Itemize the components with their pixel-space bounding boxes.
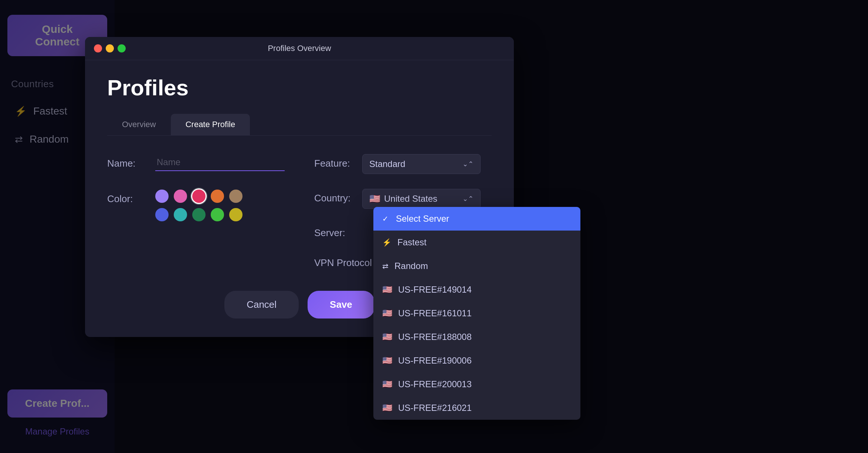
server-dropdown-popup: ✓ Select Server ⚡ Fastest ⇄ Random 🇺🇸 US… xyxy=(373,207,580,420)
country-value: United States xyxy=(384,194,437,204)
modal-titlebar: Profiles Overview xyxy=(85,37,514,60)
feature-dropdown[interactable]: Standard ⌄⌃ xyxy=(362,154,481,174)
color-swatch-orange[interactable] xyxy=(211,190,224,203)
server-option-label: Random xyxy=(394,261,428,271)
server-option-label: Fastest xyxy=(397,237,427,248)
flag-icon: 🇺🇸 xyxy=(382,285,392,294)
color-swatches xyxy=(155,190,285,221)
tab-overview[interactable]: Overview xyxy=(107,114,171,135)
feature-value: Standard xyxy=(369,159,405,169)
profiles-heading: Profiles xyxy=(107,75,492,101)
server-option-label: Select Server xyxy=(396,214,449,224)
color-swatch-yellow[interactable] xyxy=(229,208,243,221)
server-label: Server: xyxy=(314,224,351,239)
server-option-us-free-216021[interactable]: 🇺🇸 US-FREE#216021 xyxy=(373,396,580,420)
color-swatch-red[interactable] xyxy=(192,190,206,203)
server-option-label: US-FREE#216021 xyxy=(398,403,472,413)
server-option-label: US-FREE#161011 xyxy=(398,308,472,319)
vpn-protocol-label: VPN Protocol xyxy=(314,253,372,269)
server-option-us-free-200013[interactable]: 🇺🇸 US-FREE#200013 xyxy=(373,372,580,396)
flag-icon: 🇺🇸 xyxy=(382,356,392,365)
window-maximize-button[interactable] xyxy=(118,44,126,52)
server-option-label: US-FREE#200013 xyxy=(398,379,472,389)
color-swatches-wrapper xyxy=(155,190,285,221)
server-option-us-free-161011[interactable]: 🇺🇸 US-FREE#161011 xyxy=(373,302,580,325)
check-icon: ✓ xyxy=(382,214,389,223)
color-swatch-green-dark[interactable] xyxy=(192,208,206,221)
country-label: Country: xyxy=(314,189,351,204)
server-option-label: US-FREE#149014 xyxy=(398,285,472,295)
chevron-up-down-icon: ⌄⌃ xyxy=(462,160,474,168)
cancel-button[interactable]: Cancel xyxy=(224,291,299,319)
server-option-select-server[interactable]: ✓ Select Server xyxy=(373,207,580,231)
shuffle-icon: ⇄ xyxy=(382,262,389,270)
bolt-icon: ⚡ xyxy=(382,238,391,247)
server-option-fastest[interactable]: ⚡ Fastest xyxy=(373,231,580,254)
color-swatch-purple-light[interactable] xyxy=(155,190,169,203)
window-minimize-button[interactable] xyxy=(106,44,114,52)
feature-row: Feature: Standard ⌄⌃ xyxy=(314,154,492,174)
flag-icon: 🇺🇸 xyxy=(382,379,392,389)
country-display: 🇺🇸United States xyxy=(369,194,437,204)
flag-icon: 🇺🇸 xyxy=(382,403,392,413)
server-option-random[interactable]: ⇄ Random xyxy=(373,254,580,278)
server-option-us-free-190006[interactable]: 🇺🇸 US-FREE#190006 xyxy=(373,349,580,372)
tab-bar: Overview Create Profile xyxy=(107,114,492,136)
color-row: Color: xyxy=(107,190,285,221)
color-swatch-tan[interactable] xyxy=(229,190,243,203)
color-swatch-pink[interactable] xyxy=(174,190,187,203)
server-option-label: US-FREE#190006 xyxy=(398,355,472,366)
window-controls xyxy=(94,44,126,52)
chevron-up-down-icon-2: ⌄⌃ xyxy=(462,195,474,203)
feature-label: Feature: xyxy=(314,154,351,169)
country-flag-icon: 🇺🇸 xyxy=(369,194,380,204)
name-field-wrapper xyxy=(155,154,285,171)
server-option-us-free-188008[interactable]: 🇺🇸 US-FREE#188008 xyxy=(373,325,580,349)
server-option-label: US-FREE#188008 xyxy=(398,332,472,342)
modal-title: Profiles Overview xyxy=(268,44,331,53)
color-swatch-teal[interactable] xyxy=(174,208,187,221)
flag-icon: 🇺🇸 xyxy=(382,309,392,318)
name-input[interactable] xyxy=(155,154,285,171)
name-row: Name: xyxy=(107,154,285,171)
color-label: Color: xyxy=(107,190,144,205)
server-option-us-free-149014[interactable]: 🇺🇸 US-FREE#149014 xyxy=(373,278,580,302)
form-left-col: Name: Color: xyxy=(107,154,285,269)
flag-icon: 🇺🇸 xyxy=(382,332,392,342)
save-button[interactable]: Save xyxy=(308,291,374,319)
country-row: Country: 🇺🇸United States ⌄⌃ xyxy=(314,189,492,209)
color-swatch-green[interactable] xyxy=(211,208,224,221)
tab-create-profile[interactable]: Create Profile xyxy=(171,114,250,135)
color-swatch-blue[interactable] xyxy=(155,208,169,221)
country-dropdown[interactable]: 🇺🇸United States ⌄⌃ xyxy=(362,189,481,209)
name-label: Name: xyxy=(107,154,144,169)
window-close-button[interactable] xyxy=(94,44,102,52)
